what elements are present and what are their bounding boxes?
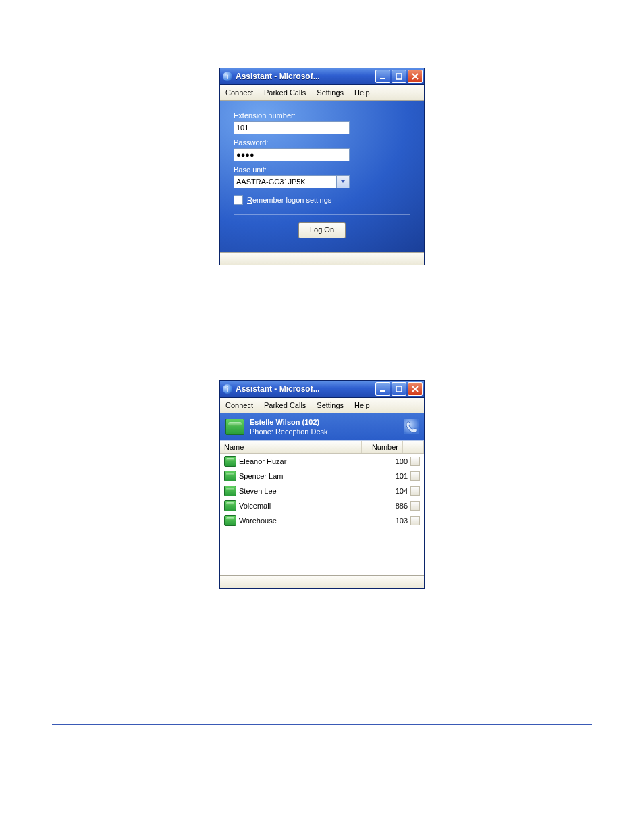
svg-rect-3 [396, 386, 402, 392]
extension-number: 103 [375, 517, 410, 525]
extensions-list: Name Number Eleanor Huzar100Spencer Lam1… [220, 440, 424, 575]
user-info: Estelle Wilson (102) Phone: Reception De… [250, 417, 398, 436]
footer-rule [52, 724, 592, 725]
remember-label: Remember logon settings [247, 196, 331, 204]
menu-connect[interactable]: Connect [220, 85, 259, 100]
extension-name: Warehouse [239, 517, 375, 525]
phone-status-icon [224, 456, 236, 467]
divider [234, 214, 410, 215]
password-label: Password: [234, 138, 410, 147]
password-input[interactable]: ●●●● [234, 148, 350, 161]
maximize-icon [396, 386, 402, 392]
close-button[interactable] [408, 70, 423, 83]
logon-window: i Assistant - Microsof... Connect Parked… [219, 68, 425, 265]
status-bar [220, 252, 424, 265]
user-name: Estelle Wilson (102) [250, 417, 398, 427]
svg-rect-1 [396, 74, 402, 79]
extension-number: 100 [375, 457, 410, 465]
window-title: Assistant - Microsof... [236, 384, 375, 394]
list-item[interactable]: Voicemail886 [220, 498, 424, 513]
action-button[interactable] [410, 486, 420, 496]
phone-status-icon [224, 500, 236, 511]
base-unit-select[interactable]: AASTRA-GC31JP5K [234, 175, 350, 188]
menu-bar: Connect Parked Calls Settings Help [220, 398, 424, 413]
maximize-icon [396, 73, 402, 80]
call-icon[interactable] [404, 419, 419, 434]
extension-number: 886 [375, 502, 410, 510]
action-button[interactable] [410, 501, 420, 511]
extension-name: Spencer Lam [239, 472, 375, 480]
phone-status-icon [224, 471, 236, 481]
extension-value: 101 [236, 124, 248, 132]
close-icon [412, 73, 419, 80]
extension-name: Steven Lee [239, 487, 375, 495]
dropdown-arrow-icon [336, 176, 349, 188]
app-icon: i [223, 384, 232, 394]
menu-parked-calls[interactable]: Parked Calls [259, 85, 311, 100]
list-item[interactable]: Warehouse103 [220, 513, 424, 528]
menu-help[interactable]: Help [349, 398, 375, 413]
menu-parked-calls[interactable]: Parked Calls [259, 398, 311, 413]
title-bar[interactable]: i Assistant - Microsof... [220, 68, 424, 85]
extension-label: Extension number: [234, 111, 410, 120]
extension-name: Voicemail [239, 502, 375, 510]
maximize-button[interactable] [392, 70, 406, 83]
maximize-button[interactable] [392, 382, 406, 396]
remember-checkbox[interactable] [234, 195, 243, 205]
phone-status-icon [224, 486, 236, 496]
col-number[interactable]: Number [362, 441, 403, 453]
logon-form: Extension number: 101 Password: ●●●● Bas… [220, 101, 424, 252]
window-title: Assistant - Microsof... [236, 72, 375, 81]
action-button[interactable] [410, 457, 420, 466]
list-item[interactable]: Eleanor Huzar100 [220, 454, 424, 469]
user-phone: Phone: Reception Desk [250, 427, 398, 436]
close-icon [412, 386, 419, 392]
close-button[interactable] [408, 382, 423, 396]
remember-checkbox-row[interactable]: Remember logon settings [234, 195, 410, 205]
list-header: Name Number [220, 441, 424, 454]
minimize-button[interactable] [375, 70, 390, 83]
minimize-icon [379, 73, 386, 80]
col-action [403, 441, 424, 453]
extension-input[interactable]: 101 [234, 121, 350, 134]
extensions-window: i Assistant - Microsof... Connect Parked… [219, 380, 425, 589]
menu-settings[interactable]: Settings [311, 85, 349, 100]
svg-rect-2 [380, 390, 385, 392]
app-icon: i [223, 72, 232, 81]
minimize-button[interactable] [375, 382, 390, 396]
logon-button[interactable]: Log On [298, 222, 346, 238]
status-bar [220, 575, 424, 588]
password-value: ●●●● [236, 151, 254, 159]
menu-connect[interactable]: Connect [220, 398, 259, 413]
action-button[interactable] [410, 471, 420, 481]
minimize-icon [379, 386, 386, 392]
menu-help[interactable]: Help [349, 85, 375, 100]
col-name[interactable]: Name [220, 441, 362, 453]
title-bar[interactable]: i Assistant - Microsof... [220, 381, 424, 398]
menu-bar: Connect Parked Calls Settings Help [220, 85, 424, 101]
extension-number: 101 [375, 472, 410, 480]
list-item[interactable]: Spencer Lam101 [220, 469, 424, 484]
list-rows: Eleanor Huzar100Spencer Lam101Steven Lee… [220, 454, 424, 575]
user-bar: Estelle Wilson (102) Phone: Reception De… [220, 413, 424, 440]
base-unit-value: AASTRA-GC31JP5K [236, 178, 306, 186]
extension-name: Eleanor Huzar [239, 457, 375, 465]
phone-status-icon [225, 419, 244, 435]
extension-number: 104 [375, 487, 410, 495]
list-item[interactable]: Steven Lee104 [220, 484, 424, 498]
phone-status-icon [224, 515, 236, 526]
action-button[interactable] [410, 516, 420, 525]
svg-rect-0 [380, 78, 385, 79]
base-unit-label: Base unit: [234, 165, 410, 174]
menu-settings[interactable]: Settings [311, 398, 349, 413]
